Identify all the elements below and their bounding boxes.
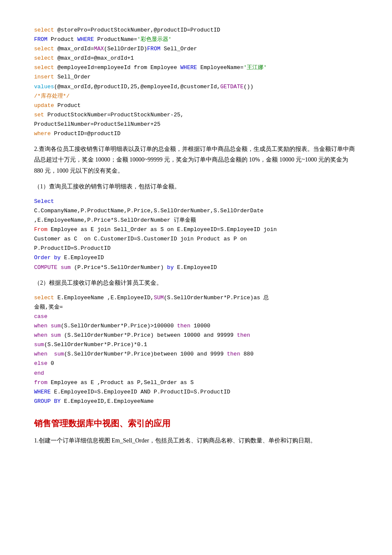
code-block-1: select @storePro=ProductStockNumber,@pro… xyxy=(34,26,358,139)
bottom-text: 1.创建一个订单详细信息视图 Em_Sell_Order，包括员工姓名、订购商品… xyxy=(34,435,358,446)
code-block-3: select E.EmployeeName ,E.EmployeeID,SUM(… xyxy=(34,293,358,406)
problem2-text: 2.查询各位员工接收销售订单明细表以及订单的总金额，并根据订单中商品总金额，生成… xyxy=(34,144,358,176)
code-block-2: Select C.CompanyName,P.ProductName,P.Pri… xyxy=(34,197,358,272)
sub2-text: （2）根据员工接收订单的总金额计算员工奖金。 xyxy=(34,278,358,288)
main-content: select @storePro=ProductStockNumber,@pro… xyxy=(34,26,358,446)
section-title: 销售管理数据库中视图、索引的应用 xyxy=(34,416,358,430)
sub1-text: （1）查询员工接收的销售订单明细表，包括订单金额。 xyxy=(34,181,358,192)
